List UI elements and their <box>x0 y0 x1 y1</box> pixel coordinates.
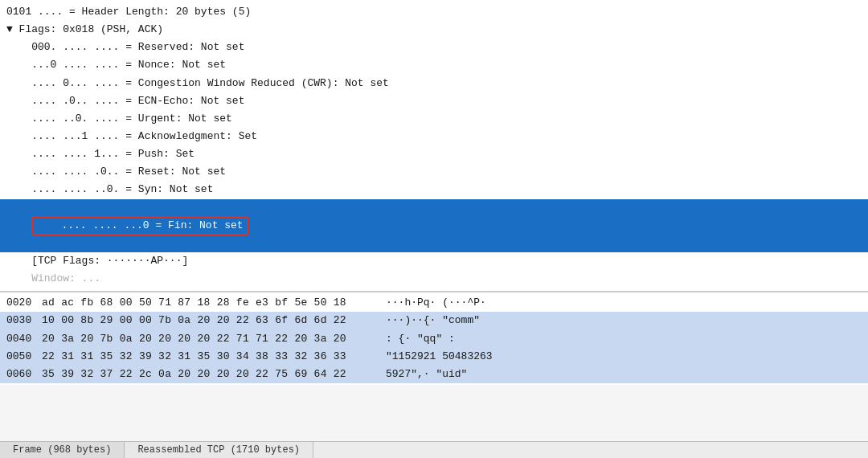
hex-offset-0030: 0030 <box>6 313 42 329</box>
hex-row-0040[interactable]: 0040 20 3a 20 7b 0a 20 20 20 20 22 71 71… <box>0 330 868 348</box>
hex-ascii-0060: 5927",· "uid" <box>379 366 467 382</box>
hex-row-0030[interactable]: 0030 10 00 8b 29 00 00 7b 0a 20 20 22 63… <box>0 312 868 329</box>
syn-line[interactable]: .... .... ..0. = Syn: Not set <box>0 181 868 198</box>
reserved-line[interactable]: 000. .... .... = Reserved: Not set <box>0 39 868 56</box>
hex-offset-0060: 0060 <box>6 366 42 382</box>
hex-ascii-0040: : {· "qq" : <box>379 331 455 347</box>
hex-bytes-0060: 35 39 32 37 22 2c 0a 20 20 20 20 22 75 6… <box>42 366 379 382</box>
hex-bytes-0020: ad ac fb 68 00 50 71 87 18 28 fe e3 bf 5… <box>42 295 379 311</box>
status-bar: Frame (968 bytes) Reassembled TCP (1710 … <box>0 441 868 458</box>
hex-bytes-0050: 22 31 31 35 32 39 32 31 35 30 34 38 33 3… <box>42 349 379 365</box>
nonce-line[interactable]: ...0 .... .... = Nonce: Not set <box>0 56 868 74</box>
fin-line-text: .... .... ...0 = Fin: Not set <box>31 216 248 235</box>
cwr-line[interactable]: .... 0... .... = Congestion Window Reduc… <box>0 75 868 92</box>
status-frame: Frame (968 bytes) <box>0 442 125 458</box>
hex-offset-0050: 0050 <box>6 349 42 365</box>
hex-bytes-0030: 10 00 8b 29 00 00 7b 0a 20 20 22 63 6f 6… <box>42 313 379 329</box>
tcp-flags-line[interactable]: [TCP Flags: ·······AP···] <box>0 252 868 270</box>
hex-bytes-0040: 20 3a 20 7b 0a 20 20 20 20 22 71 71 22 2… <box>42 331 379 347</box>
hex-dump-panel: 0020 ad ac fb 68 00 50 71 87 18 28 fe e3… <box>0 292 868 385</box>
window-line[interactable]: Window: ... <box>0 270 868 288</box>
hex-row-0060[interactable]: 0060 35 39 32 37 22 2c 0a 20 20 20 20 22… <box>0 366 868 383</box>
hex-ascii-0050: "1152921 50483263 <box>379 349 493 365</box>
status-reassembled-tcp: Reassembled TCP (1710 bytes) <box>125 442 313 458</box>
reset-line[interactable]: .... .... .0.. = Reset: Not set <box>0 163 868 181</box>
urgent-line[interactable]: .... ..0. .... = Urgent: Not set <box>0 110 868 128</box>
ecn-echo-line[interactable]: .... .0.. .... = ECN-Echo: Not set <box>0 92 868 110</box>
hex-ascii-0030: ···)··{· "comm" <box>379 313 480 329</box>
hex-offset-0040: 0040 <box>6 331 42 347</box>
hex-ascii-0020: ···h·Pq· (···^P· <box>379 295 486 311</box>
ack-line[interactable]: .... ...1 .... = Acknowledgment: Set <box>0 128 868 145</box>
hex-row-0050[interactable]: 0050 22 31 31 35 32 39 32 31 35 30 34 38… <box>0 348 868 366</box>
push-line[interactable]: .... .... 1... = Push: Set <box>0 145 868 163</box>
flags-line[interactable]: ▼ Flags: 0x018 (PSH, ACK) <box>0 21 868 39</box>
header-length-line[interactable]: 0101 .... = Header Length: 20 bytes (5) <box>0 3 868 21</box>
hex-row-0020[interactable]: 0020 ad ac fb 68 00 50 71 87 18 28 fe e3… <box>0 294 868 312</box>
hex-offset-0020: 0020 <box>6 295 42 311</box>
packet-detail-panel: 0101 .... = Header Length: 20 bytes (5) … <box>0 0 868 292</box>
fin-line[interactable]: .... .... ...0 = Fin: Not set <box>0 199 868 252</box>
